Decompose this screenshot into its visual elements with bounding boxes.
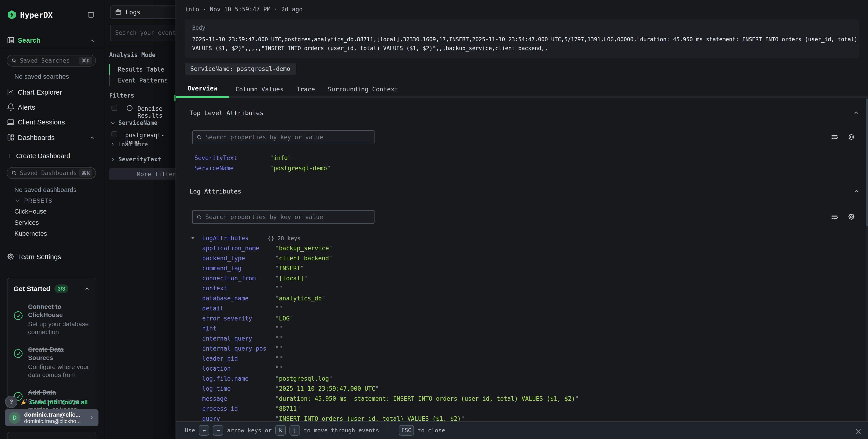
analysis-mode-label: Analysis Mode (109, 52, 156, 58)
filter-group-severitytext[interactable]: SeverityText (118, 156, 161, 163)
load-more-button[interactable]: Load more (118, 141, 148, 148)
preset-kubernetes[interactable]: Kubernetes (14, 230, 47, 237)
create-dashboard-button[interactable]: + Create Dashboard (8, 152, 70, 160)
gear-icon[interactable] (847, 133, 855, 141)
attr-key[interactable]: LogAttributes (202, 235, 249, 242)
tab-surrounding-context[interactable]: Surrounding Context (321, 80, 405, 98)
help-button[interactable]: ? (5, 396, 17, 408)
attr-value[interactable]: 2025-11-10 23:59:47.000 UTC (275, 385, 379, 392)
filter-group-servicename[interactable]: ServiceName (118, 120, 157, 126)
attr-value[interactable] (275, 355, 282, 362)
attr-key[interactable]: leader_pid (202, 355, 238, 362)
attr-value[interactable] (275, 325, 282, 332)
attr-value[interactable]: 88711 (275, 405, 301, 412)
preset-clickhouse[interactable]: ClickHouse (14, 208, 47, 215)
attr-key[interactable]: error_severity (202, 315, 252, 322)
saved-searches-input[interactable]: ⌘K (7, 55, 96, 67)
attr-key[interactable]: internal_query_pos (202, 345, 267, 352)
attr-value[interactable] (275, 365, 282, 372)
attr-key[interactable]: detail (202, 305, 224, 312)
attr-value[interactable]: backup_service (275, 245, 332, 252)
saved-searches-field[interactable] (20, 57, 79, 64)
postgresql-demo-checkbox[interactable] (112, 131, 117, 137)
attr-value[interactable]: LOG (275, 315, 293, 322)
service-tag[interactable]: ServiceName: postgresql-demo (185, 63, 296, 75)
attr-value[interactable]: info (270, 155, 291, 161)
tab-trace[interactable]: Trace (290, 80, 321, 98)
attr-key[interactable]: backend_type (202, 255, 245, 262)
attr-value[interactable] (275, 305, 282, 312)
attr-value[interactable]: INSERT (275, 265, 304, 272)
attr-value[interactable] (275, 285, 282, 292)
attr-key[interactable]: command_tag (202, 265, 241, 272)
attr-key[interactable]: database_name (202, 295, 249, 302)
tab-overview[interactable]: Overview (176, 80, 229, 98)
attr-value[interactable]: analytics_db (275, 295, 325, 302)
collapse-section-icon[interactable] (853, 188, 860, 195)
scrollbar-thumb[interactable] (866, 98, 868, 226)
attr-value[interactable]: INSERT INTO orders (user_id, total) VALU… (275, 415, 465, 421)
sidebar-item-dashboards[interactable]: Dashboards (18, 134, 55, 142)
attr-value[interactable] (275, 335, 282, 342)
presets-toggle[interactable]: PRESETS (15, 197, 53, 204)
chevron-right-icon[interactable] (110, 141, 116, 147)
mode-results-table[interactable]: Results Table (118, 66, 164, 73)
chevron-down-icon[interactable] (110, 120, 116, 126)
wrap-lines-icon[interactable] (831, 213, 838, 221)
attr-value[interactable]: postgresql.log (275, 375, 332, 382)
collapse-sidebar-icon[interactable] (87, 11, 95, 19)
chevron-up-icon[interactable] (84, 286, 90, 292)
chevron-up-icon[interactable] (89, 38, 95, 44)
partial-card[interactable] (7, 432, 96, 439)
top-attrs-search-field[interactable] (206, 134, 370, 140)
attr-key[interactable]: query (202, 415, 220, 421)
attr-key[interactable]: ServiceName (194, 165, 234, 171)
attr-key[interactable]: connection_from (202, 275, 256, 282)
gear-icon[interactable] (847, 213, 855, 221)
tab-column-values[interactable]: Column Values (229, 80, 290, 98)
log-attrs-root-row[interactable]: LogAttributes {} 28 keys (176, 233, 868, 244)
saved-dashboards-input[interactable]: ⌘K (7, 167, 96, 179)
wrap-lines-icon[interactable] (831, 133, 838, 141)
close-icon[interactable] (854, 428, 862, 435)
preset-services[interactable]: Services (14, 219, 39, 226)
get-started-item[interactable]: Connect to ClickHouse Set up your databa… (7, 303, 96, 336)
attr-key[interactable]: hint (202, 325, 217, 332)
collapse-section-icon[interactable] (853, 109, 860, 116)
chevron-right-icon[interactable] (110, 156, 116, 163)
attr-key[interactable]: SeverityText (194, 155, 237, 161)
sidebar-item-client-sessions[interactable]: Client Sessions (18, 118, 65, 126)
attr-key[interactable]: process_id (202, 405, 238, 412)
footer-arrows-text: arrow keys or (227, 427, 272, 434)
attr-key[interactable]: message (202, 395, 227, 402)
mode-event-patterns[interactable]: Event Patterns (118, 77, 168, 84)
event-body-card[interactable]: Body 2025-11-10 23:59:47.000 UTC,postgre… (185, 19, 859, 58)
saved-dashboards-field[interactable] (20, 169, 79, 177)
attr-key[interactable]: log.file.name (202, 375, 249, 382)
esc-key: ESC (399, 425, 414, 436)
sidebar-item-team-settings[interactable]: Team Settings (18, 253, 61, 261)
attr-value[interactable]: client backend (275, 255, 332, 262)
denoise-checkbox[interactable] (112, 105, 117, 111)
attr-key[interactable]: location (202, 365, 231, 372)
chevron-up-icon[interactable] (89, 135, 95, 140)
attr-value[interactable] (275, 345, 282, 352)
top-attrs-search[interactable] (192, 130, 374, 144)
sidebar-item-chart-explorer[interactable]: Chart Explorer (18, 88, 62, 96)
attr-value[interactable]: duration: 45.950 ms statement: INSERT IN… (275, 395, 579, 402)
get-started-item-title: Create Data Sources (28, 346, 90, 362)
attr-value[interactable]: postgresql-demo (270, 165, 331, 171)
denoise-label[interactable]: Denoise Results (137, 105, 176, 119)
attr-value[interactable]: [local] (275, 275, 308, 282)
plus-icon: + (8, 152, 12, 160)
attr-key[interactable]: application_name (202, 245, 259, 252)
sidebar-item-search[interactable]: Search (18, 36, 40, 44)
attr-key[interactable]: log_time (202, 385, 231, 392)
attr-key[interactable]: internal_query (202, 335, 252, 342)
sidebar-item-alerts[interactable]: Alerts (18, 103, 35, 111)
log-attrs-search[interactable] (192, 210, 374, 224)
get-started-item[interactable]: Create Data Sources Configure where your… (7, 346, 96, 379)
attr-key[interactable]: context (202, 285, 227, 292)
log-attrs-search-field[interactable] (206, 214, 370, 220)
user-account-button[interactable]: D dominic.tran@clic... dominic.tran@clic… (5, 409, 98, 426)
